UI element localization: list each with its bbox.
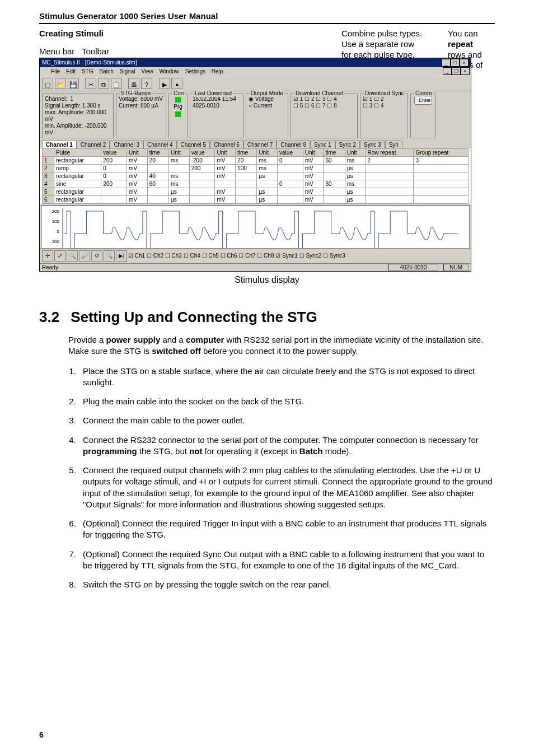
bottom-check-ch6[interactable]: ☐ Ch6 (221, 253, 239, 259)
crosshair-icon[interactable]: ✛ (42, 250, 53, 262)
maximize-icon[interactable]: □ (451, 59, 460, 67)
zoom-cursor-icon[interactable]: ⤢ (54, 250, 65, 262)
dlch-8[interactable]: ☐ (327, 102, 332, 109)
bottom-check-sync3[interactable]: ☐ Sync3 (323, 253, 346, 259)
child-close-icon[interactable]: × (461, 67, 470, 75)
bottom-check-sync1[interactable]: ☑ Sync1 (275, 253, 299, 259)
table-cell[interactable]: 60 (324, 157, 345, 165)
table-cell[interactable]: ms (169, 180, 190, 188)
table-cell[interactable] (236, 180, 257, 188)
table-cell[interactable]: rectangular (54, 188, 101, 196)
table-cell[interactable]: 40 (147, 172, 168, 180)
table-row[interactable]: 2ramp0mV200mV100msmVµs (43, 165, 469, 172)
table-cell[interactable]: 0 (101, 172, 127, 180)
bottom-check-sync2[interactable]: ☐ Sync2 (299, 253, 323, 259)
table-cell[interactable]: µs (257, 196, 278, 204)
table-cell[interactable]: ms (169, 157, 190, 165)
table-cell[interactable] (414, 180, 469, 188)
table-cell[interactable]: mV (303, 196, 324, 204)
table-row[interactable]: 3rectangular0mV40msmVµsmVµs (43, 172, 469, 180)
table-cell[interactable] (324, 196, 345, 204)
table-cell[interactable] (366, 188, 414, 196)
enter-button[interactable]: Enter (414, 96, 432, 105)
bottom-check-ch8[interactable]: ☐ Ch8 (257, 253, 275, 259)
dlsync-3[interactable]: ☐ (363, 102, 368, 109)
table-cell[interactable] (169, 165, 190, 172)
table-cell[interactable]: µs (169, 196, 190, 204)
table-cell[interactable]: ramp (54, 165, 101, 172)
table-cell[interactable]: sine (54, 180, 101, 188)
tab-ch3[interactable]: Channel 3 (110, 141, 143, 148)
table-cell[interactable]: rectangular (54, 196, 101, 204)
bottom-check-ch4[interactable]: ☐ Ch4 (184, 253, 202, 259)
menu-settings[interactable]: Settings (185, 68, 205, 74)
table-cell[interactable]: -200 (189, 157, 215, 165)
table-row[interactable]: 6rectangularmVµsmVµsmVµs (43, 196, 469, 204)
table-cell[interactable] (278, 188, 303, 196)
table-cell[interactable]: ms (257, 157, 278, 165)
table-cell[interactable]: µs (257, 188, 278, 196)
table-cell[interactable] (147, 196, 168, 204)
table-cell[interactable] (414, 196, 469, 204)
table-cell[interactable]: 60 (324, 180, 345, 188)
table-cell[interactable] (324, 165, 345, 172)
help-icon[interactable]: ? (141, 78, 152, 89)
tab-sync2[interactable]: Sync 2 (335, 141, 360, 148)
open-icon[interactable]: 📂 (55, 78, 66, 89)
table-cell[interactable] (236, 196, 257, 204)
table-cell[interactable]: 20 (147, 157, 168, 165)
table-cell[interactable]: ms (345, 180, 366, 188)
print-icon[interactable]: 🖶 (128, 78, 139, 89)
copy-icon[interactable]: ⧉ (98, 78, 109, 89)
table-row[interactable]: 5rectangularmVµsmVµsmVµs (43, 188, 469, 196)
menu-window[interactable]: Window (160, 68, 180, 74)
bottom-check-ch7[interactable]: ☐ Ch7 (238, 253, 257, 259)
table-cell[interactable]: 0 (278, 157, 303, 165)
table-cell[interactable] (414, 172, 469, 180)
stimulus-table[interactable]: PulsevalueUnittimeUnitvalueUnittimeUnitv… (42, 148, 469, 204)
table-cell[interactable]: ms (257, 165, 278, 172)
table-cell[interactable] (278, 172, 303, 180)
table-cell[interactable] (189, 188, 215, 196)
tab-ch7[interactable]: Channel 7 (243, 141, 277, 148)
tab-ch1[interactable]: Channel 1 (42, 141, 77, 148)
dlch-7[interactable]: ☐ (316, 102, 321, 109)
zoom-out-icon[interactable]: 🔍 (67, 250, 78, 262)
tab-ch5[interactable]: Channel 5 (177, 141, 210, 148)
table-cell[interactable]: µs (345, 196, 366, 204)
goto-end-icon[interactable]: ▶| (116, 250, 127, 262)
play-icon[interactable]: ▶ (159, 78, 170, 89)
menu-signal[interactable]: Signal (120, 68, 135, 74)
table-cell[interactable]: mV (215, 165, 236, 172)
table-cell[interactable] (101, 188, 127, 196)
table-cell[interactable]: 200 (189, 165, 215, 172)
menu-edit[interactable]: Edit (66, 68, 76, 74)
table-cell[interactable]: µs (345, 172, 366, 180)
zoom-in-icon[interactable]: 🔎 (79, 250, 90, 262)
fit-icon[interactable]: 🔍 (104, 250, 115, 262)
bottom-check-ch1[interactable]: ☑ Ch1 (128, 253, 147, 259)
table-cell[interactable] (147, 165, 168, 172)
table-cell[interactable]: mV (215, 188, 236, 196)
bottom-check-ch3[interactable]: ☐ Ch3 (165, 253, 184, 259)
tab-ch4[interactable]: Channel 4 (143, 141, 177, 148)
tab-ch8[interactable]: Channel 8 (277, 141, 310, 148)
table-cell[interactable] (147, 188, 168, 196)
table-cell[interactable] (215, 180, 236, 188)
table-cell[interactable]: 100 (236, 165, 257, 172)
table-cell[interactable]: mV (127, 196, 148, 204)
dlch-6[interactable]: ☐ (305, 102, 310, 109)
table-row[interactable]: 1rectangular200mV20ms-200mV20ms0mV60ms23 (43, 157, 469, 165)
table-cell[interactable]: mV (303, 172, 324, 180)
tab-ch2[interactable]: Channel 2 (77, 141, 110, 148)
menu-view[interactable]: View (141, 68, 153, 74)
tab-sync1[interactable]: Sync 1 (310, 141, 335, 148)
table-cell[interactable]: µs (345, 188, 366, 196)
dlch-5[interactable]: ☐ (293, 102, 298, 109)
table-cell[interactable]: mV (303, 188, 324, 196)
table-cell[interactable] (236, 172, 257, 180)
table-cell[interactable]: ms (169, 172, 190, 180)
table-cell[interactable] (324, 188, 345, 196)
table-row[interactable]: 4sine200mV60ms0mV60ms (43, 180, 469, 188)
table-cell[interactable] (189, 172, 215, 180)
